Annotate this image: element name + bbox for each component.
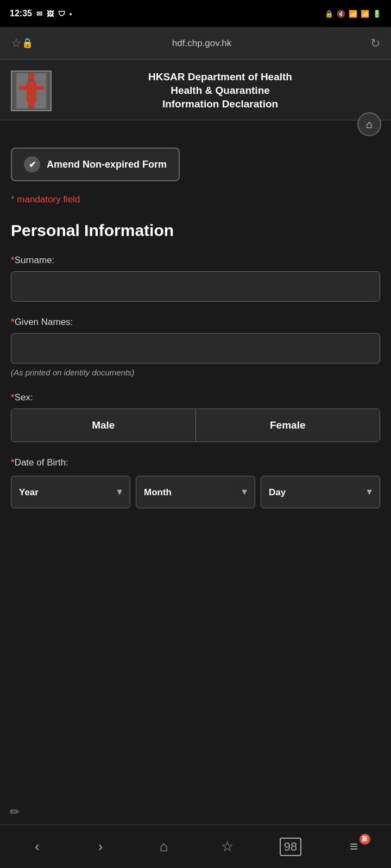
- status-right: 🔒 🔇 📶 📶 🔋: [325, 10, 381, 18]
- app-icon: 🛡: [58, 10, 65, 18]
- bookmark-icon[interactable]: ☆: [11, 36, 22, 50]
- header-declaration: Information Declaration: [162, 98, 278, 110]
- nav-forward[interactable]: ›: [79, 831, 122, 863]
- mute-icon: 🔇: [337, 10, 345, 18]
- female-button[interactable]: Female: [196, 409, 380, 442]
- refresh-icon[interactable]: ↻: [370, 36, 380, 50]
- image-icon: 🖼: [47, 10, 54, 18]
- home-nav-icon: ⌂: [160, 838, 168, 855]
- status-left: 12:35 ✉ 🖼 🛡 •: [10, 9, 72, 18]
- month-select-wrapper: Month ▼: [136, 476, 255, 508]
- menu-icon: ≡: [350, 838, 358, 855]
- mandatory-note: * mandatory field: [11, 194, 380, 205]
- dob-label: *Date of Birth:: [11, 457, 380, 468]
- month-select[interactable]: Month: [136, 476, 255, 508]
- app-header: HKSAR Department of Health Health & Quar…: [0, 60, 391, 120]
- day-select[interactable]: Day: [261, 476, 380, 508]
- sex-required-star: *: [11, 392, 15, 403]
- battery-icon: 🔋: [373, 10, 381, 18]
- dob-field-group: *Date of Birth: Year ▼ Month ▼ Day ▼: [11, 457, 380, 508]
- dob-required-star: *: [11, 457, 15, 468]
- status-time: 12:35: [10, 9, 32, 18]
- year-select-wrapper: Year ▼: [11, 476, 130, 508]
- dot-indicator: •: [70, 10, 72, 18]
- signal-icon: 📶: [361, 10, 369, 18]
- bottom-nav: ‹ › ⌂ ☆ 98 ≡ 新: [0, 825, 391, 868]
- male-button[interactable]: Male: [11, 409, 196, 442]
- given-names-required-star: *: [11, 317, 15, 327]
- check-icon: ✔: [24, 156, 40, 173]
- nav-back[interactable]: ‹: [15, 831, 59, 863]
- back-icon: ‹: [35, 838, 40, 855]
- mandatory-text: mandatory field: [15, 194, 80, 205]
- given-names-field-group: *Given Names: (As printed on identity do…: [11, 317, 380, 377]
- day-select-wrapper: Day ▼: [261, 476, 380, 508]
- surname-required-star: *: [11, 255, 15, 265]
- lock-icon: 🔒: [325, 10, 333, 18]
- sex-selector: Male Female: [11, 409, 380, 442]
- lock-browser-icon: 🔒: [22, 37, 33, 49]
- email-icon: ✉: [36, 10, 42, 18]
- main-content: ✔ Amend Non-expired Form * mandatory fie…: [0, 120, 391, 534]
- new-badge: 新: [360, 834, 370, 845]
- female-label: Female: [270, 419, 305, 431]
- surname-label: *Surname:: [11, 255, 380, 266]
- nav-tabs[interactable]: 98: [269, 831, 312, 863]
- forward-icon: ›: [98, 838, 103, 855]
- nav-menu[interactable]: ≡ 新: [332, 831, 376, 863]
- given-names-input[interactable]: [11, 333, 380, 363]
- status-bar: 12:35 ✉ 🖼 🛡 • 🔒 🔇 📶 📶 🔋: [0, 0, 391, 27]
- browser-url[interactable]: hdf.chp.gov.hk: [33, 38, 370, 49]
- header-subtitle: Health & Quarantine: [171, 85, 270, 96]
- sex-field-group: *Sex: Male Female: [11, 392, 380, 442]
- given-names-hint: (As printed on identity documents): [11, 368, 380, 377]
- dob-selects: Year ▼ Month ▼ Day ▼: [11, 476, 380, 508]
- surname-input[interactable]: [11, 271, 380, 302]
- nav-bookmark[interactable]: ☆: [205, 831, 249, 863]
- tabs-icon: 98: [280, 838, 301, 856]
- edit-icon[interactable]: ✏: [10, 805, 20, 819]
- mandatory-star: *: [11, 194, 15, 205]
- year-select[interactable]: Year: [11, 476, 130, 508]
- amend-button[interactable]: ✔ Amend Non-expired Form: [11, 148, 180, 181]
- given-names-label: *Given Names:: [11, 317, 380, 328]
- surname-field-group: *Surname:: [11, 255, 380, 302]
- browser-bar: ☆ 🔒 hdf.chp.gov.hk ↻: [0, 27, 391, 60]
- section-title: Personal Information: [11, 221, 380, 240]
- male-label: Male: [92, 419, 115, 431]
- department-name: HKSAR Department of Health: [148, 71, 292, 82]
- tabs-count: 98: [284, 840, 297, 853]
- bookmark-nav-icon: ☆: [221, 838, 234, 855]
- sex-label: *Sex:: [11, 392, 380, 403]
- header-text: HKSAR Department of Health Health & Quar…: [60, 71, 380, 111]
- nav-home[interactable]: ⌂: [142, 831, 186, 863]
- wifi-icon: 📶: [349, 10, 357, 18]
- department-logo: [11, 71, 52, 111]
- home-button[interactable]: ⌂: [357, 112, 381, 136]
- amend-button-label: Amend Non-expired Form: [47, 159, 167, 170]
